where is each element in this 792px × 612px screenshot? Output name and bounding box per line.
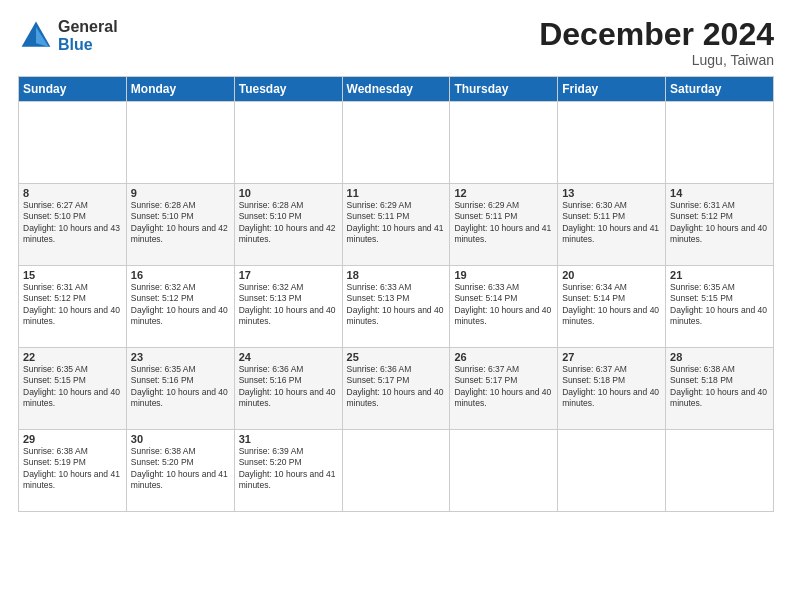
calendar-cell: 31Sunrise: 6:39 AMSunset: 5:20 PMDayligh… <box>234 430 342 512</box>
calendar-cell: 11Sunrise: 6:29 AMSunset: 5:11 PMDayligh… <box>342 184 450 266</box>
day-number: 13 <box>562 187 661 199</box>
calendar-cell <box>342 430 450 512</box>
calendar-body: 8Sunrise: 6:27 AMSunset: 5:10 PMDaylight… <box>19 102 774 512</box>
calendar-cell: 19Sunrise: 6:33 AMSunset: 5:14 PMDayligh… <box>450 266 558 348</box>
calendar-cell: 13Sunrise: 6:30 AMSunset: 5:11 PMDayligh… <box>558 184 666 266</box>
calendar-table: SundayMondayTuesdayWednesdayThursdayFrid… <box>18 76 774 512</box>
title-block: December 2024 Lugu, Taiwan <box>539 18 774 68</box>
header: General Blue December 2024 Lugu, Taiwan <box>18 18 774 68</box>
day-number: 29 <box>23 433 122 445</box>
day-info: Sunrise: 6:36 AMSunset: 5:17 PMDaylight:… <box>347 364 446 410</box>
calendar-cell <box>234 102 342 184</box>
day-info: Sunrise: 6:37 AMSunset: 5:18 PMDaylight:… <box>562 364 661 410</box>
day-number: 8 <box>23 187 122 199</box>
day-of-week-header: Friday <box>558 77 666 102</box>
day-number: 20 <box>562 269 661 281</box>
calendar-cell <box>450 430 558 512</box>
calendar-cell: 30Sunrise: 6:38 AMSunset: 5:20 PMDayligh… <box>126 430 234 512</box>
calendar-week-row: 8Sunrise: 6:27 AMSunset: 5:10 PMDaylight… <box>19 184 774 266</box>
day-info: Sunrise: 6:29 AMSunset: 5:11 PMDaylight:… <box>347 200 446 246</box>
header-row: SundayMondayTuesdayWednesdayThursdayFrid… <box>19 77 774 102</box>
day-number: 17 <box>239 269 338 281</box>
calendar-cell: 14Sunrise: 6:31 AMSunset: 5:12 PMDayligh… <box>666 184 774 266</box>
day-info: Sunrise: 6:38 AMSunset: 5:18 PMDaylight:… <box>670 364 769 410</box>
calendar-cell: 9Sunrise: 6:28 AMSunset: 5:10 PMDaylight… <box>126 184 234 266</box>
day-number: 10 <box>239 187 338 199</box>
calendar-cell <box>666 430 774 512</box>
day-info: Sunrise: 6:31 AMSunset: 5:12 PMDaylight:… <box>670 200 769 246</box>
day-info: Sunrise: 6:35 AMSunset: 5:15 PMDaylight:… <box>670 282 769 328</box>
calendar-cell <box>126 102 234 184</box>
location: Lugu, Taiwan <box>539 52 774 68</box>
calendar-cell <box>19 102 127 184</box>
calendar-cell: 17Sunrise: 6:32 AMSunset: 5:13 PMDayligh… <box>234 266 342 348</box>
day-info: Sunrise: 6:31 AMSunset: 5:12 PMDaylight:… <box>23 282 122 328</box>
calendar-cell: 29Sunrise: 6:38 AMSunset: 5:19 PMDayligh… <box>19 430 127 512</box>
day-number: 28 <box>670 351 769 363</box>
calendar-week-row: 15Sunrise: 6:31 AMSunset: 5:12 PMDayligh… <box>19 266 774 348</box>
month-title: December 2024 <box>539 18 774 50</box>
calendar-cell <box>558 102 666 184</box>
day-info: Sunrise: 6:35 AMSunset: 5:16 PMDaylight:… <box>131 364 230 410</box>
calendar-cell: 28Sunrise: 6:38 AMSunset: 5:18 PMDayligh… <box>666 348 774 430</box>
day-info: Sunrise: 6:34 AMSunset: 5:14 PMDaylight:… <box>562 282 661 328</box>
day-info: Sunrise: 6:27 AMSunset: 5:10 PMDaylight:… <box>23 200 122 246</box>
calendar-cell: 24Sunrise: 6:36 AMSunset: 5:16 PMDayligh… <box>234 348 342 430</box>
day-info: Sunrise: 6:33 AMSunset: 5:14 PMDaylight:… <box>454 282 553 328</box>
calendar-cell <box>666 102 774 184</box>
day-number: 24 <box>239 351 338 363</box>
day-number: 26 <box>454 351 553 363</box>
day-number: 21 <box>670 269 769 281</box>
day-number: 19 <box>454 269 553 281</box>
day-number: 22 <box>23 351 122 363</box>
day-info: Sunrise: 6:39 AMSunset: 5:20 PMDaylight:… <box>239 446 338 492</box>
logo-general: General <box>58 18 118 36</box>
calendar-week-row: 29Sunrise: 6:38 AMSunset: 5:19 PMDayligh… <box>19 430 774 512</box>
calendar-cell: 21Sunrise: 6:35 AMSunset: 5:15 PMDayligh… <box>666 266 774 348</box>
day-info: Sunrise: 6:38 AMSunset: 5:20 PMDaylight:… <box>131 446 230 492</box>
logo-icon <box>18 18 54 54</box>
day-info: Sunrise: 6:35 AMSunset: 5:15 PMDaylight:… <box>23 364 122 410</box>
day-of-week-header: Tuesday <box>234 77 342 102</box>
calendar-header: SundayMondayTuesdayWednesdayThursdayFrid… <box>19 77 774 102</box>
day-of-week-header: Sunday <box>19 77 127 102</box>
day-number: 9 <box>131 187 230 199</box>
day-number: 18 <box>347 269 446 281</box>
calendar-cell: 27Sunrise: 6:37 AMSunset: 5:18 PMDayligh… <box>558 348 666 430</box>
day-number: 15 <box>23 269 122 281</box>
logo-text: General Blue <box>58 18 118 53</box>
calendar-week-row <box>19 102 774 184</box>
calendar-week-row: 22Sunrise: 6:35 AMSunset: 5:15 PMDayligh… <box>19 348 774 430</box>
logo-blue: Blue <box>58 36 118 54</box>
calendar-cell: 18Sunrise: 6:33 AMSunset: 5:13 PMDayligh… <box>342 266 450 348</box>
day-info: Sunrise: 6:36 AMSunset: 5:16 PMDaylight:… <box>239 364 338 410</box>
calendar-cell: 23Sunrise: 6:35 AMSunset: 5:16 PMDayligh… <box>126 348 234 430</box>
logo: General Blue <box>18 18 118 54</box>
day-info: Sunrise: 6:32 AMSunset: 5:12 PMDaylight:… <box>131 282 230 328</box>
day-info: Sunrise: 6:33 AMSunset: 5:13 PMDaylight:… <box>347 282 446 328</box>
calendar-cell <box>342 102 450 184</box>
calendar-cell: 22Sunrise: 6:35 AMSunset: 5:15 PMDayligh… <box>19 348 127 430</box>
calendar-cell: 12Sunrise: 6:29 AMSunset: 5:11 PMDayligh… <box>450 184 558 266</box>
calendar-cell <box>558 430 666 512</box>
day-number: 27 <box>562 351 661 363</box>
calendar-cell: 15Sunrise: 6:31 AMSunset: 5:12 PMDayligh… <box>19 266 127 348</box>
day-number: 12 <box>454 187 553 199</box>
day-info: Sunrise: 6:37 AMSunset: 5:17 PMDaylight:… <box>454 364 553 410</box>
calendar-cell: 20Sunrise: 6:34 AMSunset: 5:14 PMDayligh… <box>558 266 666 348</box>
calendar-cell <box>450 102 558 184</box>
day-info: Sunrise: 6:32 AMSunset: 5:13 PMDaylight:… <box>239 282 338 328</box>
calendar-cell: 16Sunrise: 6:32 AMSunset: 5:12 PMDayligh… <box>126 266 234 348</box>
day-info: Sunrise: 6:28 AMSunset: 5:10 PMDaylight:… <box>131 200 230 246</box>
page: General Blue December 2024 Lugu, Taiwan … <box>0 0 792 612</box>
calendar-cell: 26Sunrise: 6:37 AMSunset: 5:17 PMDayligh… <box>450 348 558 430</box>
day-number: 16 <box>131 269 230 281</box>
day-info: Sunrise: 6:30 AMSunset: 5:11 PMDaylight:… <box>562 200 661 246</box>
day-number: 14 <box>670 187 769 199</box>
day-of-week-header: Monday <box>126 77 234 102</box>
calendar-cell: 10Sunrise: 6:28 AMSunset: 5:10 PMDayligh… <box>234 184 342 266</box>
day-of-week-header: Wednesday <box>342 77 450 102</box>
day-info: Sunrise: 6:29 AMSunset: 5:11 PMDaylight:… <box>454 200 553 246</box>
day-number: 31 <box>239 433 338 445</box>
day-of-week-header: Thursday <box>450 77 558 102</box>
